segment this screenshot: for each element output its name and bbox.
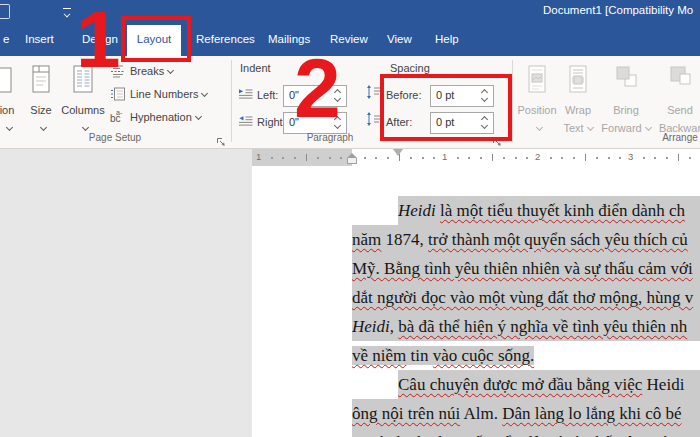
size-button[interactable]: Size (26, 60, 56, 136)
text-segment: tin (406, 346, 432, 365)
text-segment: người lạnh nhạt, sống ẩn dật và từ chối … (352, 433, 695, 437)
text-segment: Heidi (352, 317, 390, 336)
text-segment: Mỹ. Bằng tình yêu thiên nhiên và sự thấu… (352, 259, 693, 278)
ruler-number: 3 (628, 151, 633, 162)
text-segment: vào cuộc sống. (433, 346, 535, 365)
ruler-tick (329, 157, 331, 159)
ruler-tick (317, 157, 319, 159)
bring-forward-label-1: Bring (613, 104, 639, 116)
indent-right-label: Right: (257, 116, 286, 128)
text-line: dắt người đọc vào một vùng đất thơ mộng,… (352, 283, 700, 312)
page-setup-dialog-launcher-icon[interactable] (216, 134, 227, 145)
group-separator (512, 60, 513, 142)
text-segment: , (390, 317, 399, 336)
tab-e[interactable]: e (3, 33, 9, 45)
selection-highlight: về niềm tin vào cuộc sống. (352, 346, 534, 365)
tab-help[interactable]: Help (435, 33, 459, 45)
group-separator (231, 60, 232, 142)
ruler-tick (666, 157, 668, 159)
ruler-tick (340, 157, 342, 159)
text-segment: về niềm (352, 346, 406, 365)
annotation-box-spacing (380, 74, 512, 141)
orientation-label: ion (0, 104, 14, 116)
indent-left-icon (238, 87, 253, 105)
line-numbers-label: Line Numbers (130, 88, 198, 100)
ruler-tick (375, 157, 377, 159)
hyphenation-label: Hyphenation (130, 111, 192, 123)
text-segment: Alm. (460, 404, 502, 423)
orientation-button[interactable]: ion (0, 60, 20, 136)
ruler-tick (689, 157, 691, 159)
indent-left-label: Left: (257, 89, 278, 101)
ruler-tick (364, 157, 366, 159)
text-segment: Heidi (642, 375, 684, 394)
ruler-half-tick (399, 154, 400, 161)
ruler-tick (619, 157, 621, 159)
ruler-half-tick (585, 154, 586, 161)
size-icon (26, 63, 56, 99)
tab-references[interactable]: References (196, 33, 255, 45)
ruler-tick (294, 157, 296, 159)
text-segment: dắt người đọc vào một vùng đất thơ mộng,… (352, 288, 693, 307)
ruler-tick (654, 157, 656, 159)
bring-forward-icon (600, 63, 652, 99)
text-line: ông nội trên núi Alm. Dân làng lo lắng k… (352, 399, 700, 428)
wrap-text-icon (558, 63, 598, 99)
annotation-step-1: 1 (76, 0, 121, 80)
text-segment: ông nội trên núi (352, 404, 460, 423)
text-segment: bà đã thể hiện ý nghĩa về tình yêu thiên… (398, 317, 687, 336)
text-line: Mỹ. Bằng tình yêu thiên nhiên và sự thấu… (352, 254, 700, 283)
text-line: Heidi là một tiểu thuyết kinh điển dành … (398, 196, 700, 225)
ruler-tick (643, 157, 645, 159)
customize-quick-access-toolbar-icon[interactable] (62, 8, 72, 16)
left-indent-marker[interactable] (347, 158, 357, 164)
text-segment: Heidi (398, 201, 436, 220)
ruler-tick (468, 157, 470, 159)
document-area: Heidi là một tiểu thuyết kinh điển dành … (0, 166, 700, 437)
line-numbers-button[interactable]: Line Numbers (110, 87, 207, 107)
position-icon (515, 63, 559, 99)
horizontal-ruler[interactable]: 1123 (0, 149, 700, 166)
bring-forward-button[interactable]: Bring Forward (600, 60, 652, 136)
save-icon[interactable] (0, 4, 10, 19)
text-line: người lạnh nhạt, sống ẩn dật và từ chối … (352, 428, 700, 437)
ruler-tick (282, 157, 284, 159)
word-window: Document1 [Compatibility Mo Tell me what… (0, 0, 700, 437)
document-page[interactable]: Heidi là một tiểu thuyết kinh điển dành … (252, 166, 700, 437)
send-backward-label-1: Send (667, 104, 693, 116)
position-button[interactable]: Position (515, 60, 559, 136)
ruler-tick (410, 157, 412, 159)
size-label: Size (30, 104, 51, 116)
ruler-tick (608, 157, 610, 159)
text-line: Heidi, bà đã thể hiện ý nghĩa về tình yê… (352, 312, 700, 341)
ruler-number: 1 (256, 151, 261, 162)
ruler-tick (526, 157, 528, 159)
ruler-tick (480, 157, 482, 159)
ruler-tick (596, 157, 598, 159)
ruler-tick (457, 157, 459, 159)
ruler-tick (503, 157, 505, 159)
ruler-tick (271, 157, 273, 159)
page-setup-group-title: Page Setup (60, 132, 170, 143)
text-segment: năm (352, 230, 381, 249)
annotation-box-layout-tab (121, 16, 191, 62)
spacing-heading: Spacing (390, 62, 430, 74)
wrap-text-button[interactable]: Wrap Text (558, 60, 598, 136)
tab-view[interactable]: View (387, 33, 412, 45)
send-backward-button[interactable]: Send Backwar (652, 60, 700, 136)
hyphenation-icon: bca- (110, 113, 126, 124)
ruler-tick (387, 157, 389, 159)
position-label: Position (517, 104, 556, 116)
orientation-icon (0, 63, 20, 99)
tab-insert[interactable]: Insert (25, 33, 54, 45)
ruler-tick (433, 157, 435, 159)
text-line: năm 1874, trở thành một quyển sách yêu t… (352, 225, 700, 254)
ruler-margin-area (252, 149, 352, 166)
ruler-half-tick (306, 154, 307, 161)
send-backward-icon (652, 63, 700, 99)
ruler-number: 1 (442, 151, 447, 162)
hyphenation-button[interactable]: bca-Hyphenation (110, 111, 201, 131)
annotation-step-2: 2 (294, 46, 341, 130)
document-text[interactable]: Heidi là một tiểu thuyết kinh điển dành … (352, 196, 700, 437)
text-segment: 1874, (381, 230, 428, 249)
